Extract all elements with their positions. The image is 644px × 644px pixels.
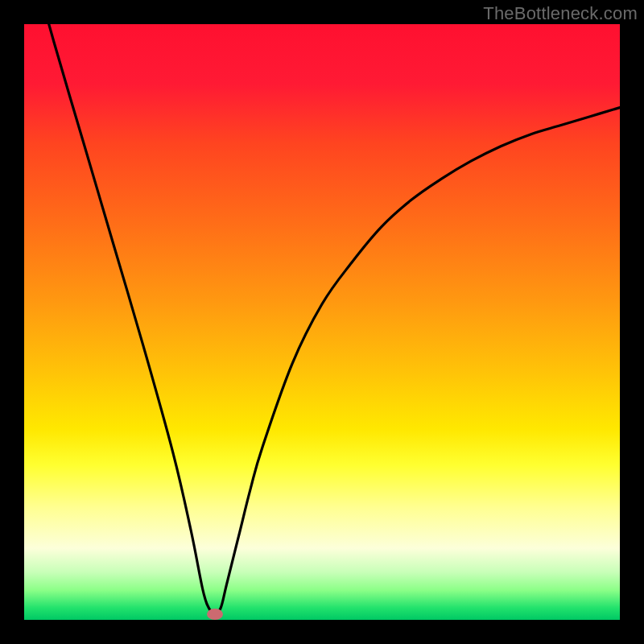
bottleneck-curve (24, 24, 620, 620)
minimum-marker (207, 609, 223, 620)
plot-area (24, 24, 620, 620)
watermark-text: TheBottleneck.com (483, 3, 638, 24)
chart-frame: TheBottleneck.com (0, 0, 644, 644)
